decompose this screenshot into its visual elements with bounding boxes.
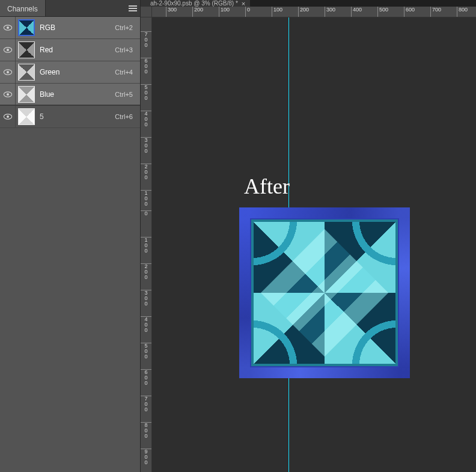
ruler-h-tick: 700 — [430, 7, 441, 17]
visibility-toggle[interactable] — [0, 84, 16, 105]
ruler-h-tick: 200 — [298, 7, 309, 17]
app-root: Channels RGBCtrl+2RedCtrl+3GreenCtrl+4Bl… — [0, 0, 476, 472]
channels-tab-label: Channels — [7, 5, 38, 13]
channel-thumb — [18, 108, 35, 125]
svg-point-8 — [7, 71, 9, 73]
after-label: After — [244, 174, 290, 199]
panel-menu-button[interactable] — [126, 0, 140, 16]
ruler-v-tick: 300 — [141, 290, 151, 307]
visibility-toggle[interactable] — [0, 106, 16, 127]
hamburger-icon — [129, 5, 137, 11]
channel-row-red[interactable]: RedCtrl+3 — [0, 39, 140, 61]
ruler-v-tick: 300 — [141, 137, 151, 154]
ruler-horizontal[interactable]: 3002001000100200300400500600700800900 — [152, 7, 476, 17]
channel-thumb — [18, 19, 35, 36]
channel-name-label: Red — [40, 46, 115, 54]
ruler-v-tick: 800 — [141, 422, 151, 439]
artwork-center — [261, 229, 388, 357]
panel-header: Channels — [0, 0, 140, 17]
channel-shortcut: Ctrl+4 — [115, 69, 140, 76]
visibility-toggle[interactable] — [0, 61, 16, 83]
eye-icon — [3, 69, 13, 75]
ruler-h-tick: 200 — [192, 7, 203, 17]
eye-icon — [3, 25, 13, 31]
channels-tab[interactable]: Channels — [0, 0, 46, 16]
ruler-v-tick: 400 — [141, 111, 151, 127]
svg-point-12 — [7, 115, 9, 118]
svg-point-4 — [7, 26, 9, 29]
svg-point-6 — [7, 49, 9, 51]
ruler-h-tick: 100 — [272, 7, 282, 17]
document-tab[interactable]: ah-2-90x90.psb @ 3% (RGB/8) * × — [141, 0, 250, 7]
eye-icon — [3, 91, 13, 97]
channel-row-blue[interactable]: BlueCtrl+5 — [0, 84, 140, 106]
channel-shortcut: Ctrl+2 — [115, 24, 140, 31]
channel-name-label: RGB — [40, 23, 115, 32]
ruler-v-tick: 400 — [141, 316, 151, 333]
channel-thumb — [18, 41, 35, 58]
ruler-v-tick: 700 — [141, 396, 151, 412]
ruler-row-top: 3002001000100200300400500600700800900 — [141, 7, 476, 17]
canvas-area: ah-2-90x90.psb @ 3% (RGB/8) * × 30020010… — [141, 0, 476, 472]
ruler-v-tick: 500 — [141, 84, 151, 101]
ruler-vertical[interactable]: 7006005004003002001000100200300400500600… — [141, 17, 152, 472]
channel-thumb — [18, 86, 35, 103]
ruler-h-tick: 300 — [166, 7, 177, 17]
channel-shortcut: Ctrl+6 — [115, 113, 140, 120]
channel-shortcut: Ctrl+3 — [115, 46, 140, 54]
ruler-h-tick: 500 — [377, 7, 388, 17]
ruler-corner — [141, 7, 152, 17]
svg-point-10 — [7, 93, 9, 96]
ruler-h-tick: 800 — [457, 7, 468, 17]
ruler-v-tick: 200 — [141, 263, 151, 280]
svg-rect-0 — [129, 5, 137, 7]
channel-thumb — [18, 64, 35, 81]
ruler-v-tick: 600 — [141, 369, 151, 386]
ruler-row-body: 7006005004003002001000100200300400500600… — [141, 17, 476, 472]
visibility-toggle[interactable] — [0, 17, 16, 38]
channels-panel: Channels RGBCtrl+2RedCtrl+3GreenCtrl+4Bl… — [0, 0, 141, 472]
ruler-v-tick: 100 — [141, 237, 151, 254]
channel-row-green[interactable]: GreenCtrl+4 — [0, 61, 140, 84]
channel-shortcut: Ctrl+5 — [115, 91, 140, 98]
canvas-artwork — [239, 207, 410, 378]
svg-rect-2 — [129, 10, 137, 11]
ruler-h-tick: 400 — [351, 7, 362, 17]
eye-icon — [3, 47, 13, 53]
channel-row-rgb[interactable]: RGBCtrl+2 — [0, 17, 140, 39]
viewport[interactable]: After — [152, 17, 476, 472]
ruler-h-tick: 0 — [245, 7, 250, 17]
document-tabbar: ah-2-90x90.psb @ 3% (RGB/8) * × — [141, 0, 476, 7]
ruler-v-tick: 600 — [141, 58, 151, 75]
channel-row-5[interactable]: 5Ctrl+6 — [0, 106, 140, 128]
eye-icon — [3, 114, 13, 120]
channel-list: RGBCtrl+2RedCtrl+3GreenCtrl+4BlueCtrl+55… — [0, 17, 140, 472]
ruler-v-tick: 200 — [141, 164, 151, 180]
visibility-toggle[interactable] — [0, 39, 16, 61]
channel-name-label: Green — [40, 68, 115, 76]
ruler-v-tick: 500 — [141, 343, 151, 360]
ruler-h-tick: 600 — [404, 7, 415, 17]
ruler-h-tick: 100 — [219, 7, 230, 17]
panel-header-spacer — [46, 0, 126, 16]
ruler-v-tick: 900 — [141, 449, 151, 465]
svg-rect-1 — [129, 8, 137, 9]
document-tab-title: ah-2-90x90.psb @ 3% (RGB/8) * — [150, 1, 238, 6]
artwork-pattern — [252, 221, 397, 365]
channel-name-label: Blue — [40, 90, 115, 99]
ruler-v-tick: 0 — [141, 210, 151, 216]
ruler-v-tick: 700 — [141, 31, 151, 48]
channel-name-label: 5 — [40, 112, 115, 121]
ruler-h-tick: 300 — [325, 7, 335, 17]
ruler-v-tick: 100 — [141, 190, 151, 207]
close-icon[interactable]: × — [242, 1, 245, 6]
